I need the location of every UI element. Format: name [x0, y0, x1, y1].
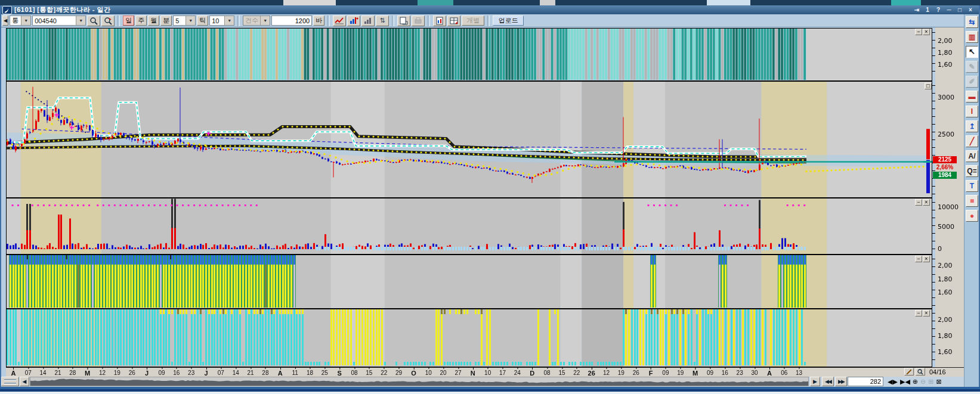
window-count-badge[interactable]: 1 [923, 7, 932, 14]
magnifier-icon[interactable] [916, 368, 925, 376]
vline-tool-icon[interactable]: I [966, 106, 978, 117]
price-axis-gutter [935, 27, 964, 376]
sig1-panel-close-icon[interactable]: × [923, 256, 930, 262]
toolbar-separator [327, 15, 330, 26]
chart-layout-icon[interactable]: ▥ [966, 31, 978, 43]
date-label: 24 [514, 370, 521, 376]
refresh-icon[interactable]: ⇆ [966, 16, 978, 28]
search-cancel-icon[interactable] [101, 15, 115, 26]
chevron-down-icon: ▼ [260, 16, 270, 25]
period-button-3[interactable]: 분 [160, 15, 172, 26]
line-chart-icon[interactable] [333, 15, 346, 26]
close-icon[interactable]: × [966, 7, 975, 14]
pan-hand-icon: ✐ [966, 76, 978, 88]
trendline-tool-icon[interactable]: ╱ [966, 135, 978, 147]
date-label: 16 [173, 370, 180, 376]
search-icon[interactable] [87, 15, 100, 26]
chart-canvas[interactable] [6, 27, 936, 367]
date-label: 16 [722, 370, 728, 376]
band-axis-label: 2,00 [938, 37, 953, 45]
month-label: S [337, 370, 341, 377]
date-label: 22 [573, 370, 580, 376]
date-label: 26 [129, 370, 135, 376]
toolbar-separator [118, 15, 120, 26]
grid-icon[interactable] [447, 15, 460, 26]
stock-code-combo[interactable]: 004540▼ [32, 15, 86, 26]
tick-button[interactable]: 틱 [197, 15, 208, 26]
sig2-axis-label: 2,00 [938, 316, 953, 324]
date-label: 27 [455, 370, 461, 376]
date-label: 30 [751, 370, 758, 376]
splitter-grip[interactable] [1, 377, 19, 386]
close-panel-icon[interactable]: ⊠ [936, 377, 942, 386]
scroll-right-icon[interactable]: ▶ [810, 377, 820, 386]
vol-axis-label: 0 [938, 245, 942, 253]
cursor-icon[interactable]: ↖ [966, 46, 978, 58]
sig2-panel-minimize-icon[interactable]: − [915, 310, 922, 317]
sig1-panel-minimize-icon[interactable]: − [915, 256, 922, 262]
scroll-left-icon[interactable]: ◀ [20, 377, 29, 386]
date-label: 07 [25, 370, 32, 376]
annotate-pencil-icon[interactable] [904, 368, 914, 376]
tick-count-combo[interactable]: 10▼ [209, 15, 234, 26]
upload-button[interactable]: 업로드 [493, 15, 524, 26]
volume-alert-icon[interactable] [347, 15, 360, 26]
month-label: D [530, 370, 534, 377]
minute-value: 5 [174, 17, 186, 24]
minimize-icon[interactable]: ─ [944, 7, 954, 14]
zoom-in-icon[interactable]: ⊕ [913, 377, 918, 386]
expand-horiz-icon[interactable]: ◀▶ [888, 377, 898, 386]
count-combo-label: 건수 [243, 16, 260, 25]
page-right-icon[interactable]: ▶▶ [835, 377, 847, 386]
window-border [0, 392, 980, 394]
help-icon[interactable]: ? [933, 7, 943, 14]
date-label: 18 [307, 370, 313, 376]
text-tool-icon[interactable]: T [966, 180, 978, 192]
segment-tool-icon[interactable]: ▬ [966, 91, 978, 103]
bar-count-input[interactable] [271, 15, 312, 26]
rect-tool-icon[interactable]: ■ [966, 195, 978, 207]
session-exit-icon[interactable]: ⇥ [912, 7, 922, 14]
bar-chart-icon[interactable] [361, 15, 375, 26]
chevron-down-icon[interactable]: ▼ [224, 16, 234, 25]
band-panel-close-icon[interactable]: × [923, 29, 930, 35]
stock-code-value: 004540 [33, 17, 76, 24]
copy-chart-icon[interactable] [397, 15, 410, 26]
formula-tool-icon[interactable]: Q= [966, 165, 978, 177]
date-label: 08 [351, 370, 357, 376]
month-label: M [693, 370, 698, 377]
sort-arrows-icon[interactable]: ⇅ [376, 15, 389, 26]
period-button-1[interactable]: 주 [135, 15, 147, 26]
chevron-down-icon[interactable]: ▼ [186, 16, 195, 25]
navigator-track[interactable] [30, 377, 809, 386]
chevron-down-icon[interactable]: ▼ [21, 16, 30, 25]
vol-panel-minimize-icon[interactable]: − [915, 199, 922, 206]
date-label: 15 [366, 370, 372, 376]
fit-width-icon[interactable]: ▶◀ [900, 377, 910, 386]
minute-combo[interactable]: 5▼ [173, 15, 196, 26]
report-icon[interactable] [433, 15, 446, 26]
visible-bar-count-input[interactable] [848, 377, 883, 386]
date-label: 14 [233, 370, 239, 376]
maximize-icon[interactable]: □ [955, 7, 964, 14]
text-ratio-tool-icon[interactable]: A/ [966, 150, 978, 162]
sig2-panel-close-icon[interactable]: × [923, 310, 930, 317]
period-button-2[interactable]: 월 [148, 15, 159, 26]
bars-unit-button[interactable]: 바 [313, 15, 324, 26]
date-label: 25 [321, 370, 328, 376]
date-label: 20 [440, 370, 447, 376]
page-left-icon[interactable]: ◀◀ [822, 377, 834, 386]
date-label: 19 [618, 370, 625, 376]
toolbar-scroll-left-icon[interactable]: ◀ [2, 15, 8, 26]
period-button-0[interactable]: 일 [123, 15, 134, 26]
chevron-down-icon[interactable]: ▼ [76, 16, 85, 25]
ellipse-tool-icon[interactable]: ● [966, 210, 978, 222]
navigator-preview[interactable] [30, 377, 808, 386]
vol-panel-close-icon[interactable]: × [923, 199, 930, 206]
anchor-tool-icon[interactable]: ↥ [966, 120, 978, 132]
main-panel-restore-icon[interactable]: □ [925, 83, 932, 89]
date-label: 28 [262, 370, 268, 376]
vol-axis-label: 5000 [938, 223, 954, 231]
market-type-combo[interactable]: 통▼ [10, 15, 31, 26]
band-panel-minimize-icon[interactable]: − [915, 29, 922, 35]
